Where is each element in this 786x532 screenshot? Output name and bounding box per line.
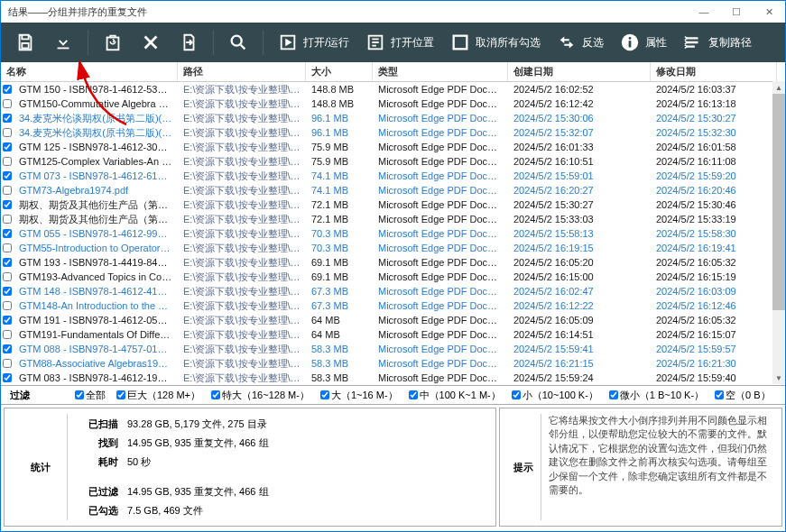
filter-large[interactable]: 大（1~16 M-） (320, 389, 398, 402)
table-row[interactable]: GTM 148 - ISBN978-1-4612-4176-8 - J…E:\资… (1, 284, 785, 298)
copy-path-button[interactable]: 复制路径 (676, 27, 757, 58)
table-row[interactable]: GTM 055 - ISBN978-1-4612-9926-4 - …E:\资源… (1, 226, 785, 241)
export-button[interactable] (46, 27, 80, 58)
minimize-button[interactable]: — (688, 1, 720, 23)
scroll-down-arrow[interactable]: ▼ (772, 371, 785, 384)
cell-modified: 2024/5/2 16:03:09 (651, 284, 777, 298)
save-icon (14, 31, 37, 54)
maximize-button[interactable]: ☐ (720, 1, 753, 23)
cell-name: 期权、期货及其他衍生产品（第8… (14, 197, 178, 212)
cell-type: Microsoft Edge PDF Document (373, 169, 508, 183)
cell-type: Microsoft Edge PDF Document (373, 356, 508, 371)
cell-modified: 2024/5/2 15:33:19 (651, 212, 777, 226)
svg-point-3 (232, 36, 242, 46)
col-type[interactable]: 类型 (373, 62, 508, 81)
table-row[interactable]: GTM 083 - ISBN978-1-4612-1934-7 - …E:\资源… (1, 371, 785, 385)
row-checkbox[interactable] (3, 142, 12, 151)
row-checkbox[interactable] (3, 243, 12, 252)
tips-panel: 提示 它将结果按文件大小倒序排列并用不同颜色显示相邻分组，以便帮助您定位较大的不… (499, 408, 782, 527)
file-arrow-icon (177, 31, 200, 54)
properties-button[interactable]: 属性 (613, 27, 672, 58)
open-location-button[interactable]: 打开位置 (358, 27, 439, 58)
vertical-scrollbar[interactable]: ▲ ▼ (772, 81, 785, 384)
grid-body[interactable]: GTM 150 - ISBN978-1-4612-5350-1 - …E:\资源… (1, 82, 785, 385)
cell-created: 2024/5/2 16:19:15 (508, 241, 651, 255)
empty-square-icon (448, 31, 472, 54)
row-checkbox[interactable] (3, 171, 12, 180)
table-row[interactable]: GTM 088 - ISBN978-1-4757-0163-0 - …E:\资源… (1, 342, 785, 356)
cell-name: GTM148-An Introduction to the Theo… (14, 298, 178, 313)
close-button[interactable]: ✕ (753, 1, 785, 23)
table-row[interactable]: GTM125-Complex Variables-An Intro…E:\资源下… (1, 154, 785, 169)
filter-med[interactable]: 中（100 K~1 M-） (409, 389, 501, 402)
table-row[interactable]: 期权、期货及其他衍生产品（第8…E:\资源下载\按专业整理\经…72.1 MBM… (1, 197, 785, 212)
save-button[interactable] (8, 27, 42, 58)
move-button[interactable] (171, 27, 206, 58)
row-checkbox[interactable] (3, 287, 12, 296)
col-modified[interactable]: 修改日期 (651, 62, 777, 81)
row-checkbox[interactable] (3, 128, 12, 137)
svg-rect-9 (629, 41, 632, 47)
filter-huge[interactable]: 巨大（128 M+） (116, 389, 200, 402)
row-checkbox[interactable] (3, 330, 12, 339)
table-row[interactable]: GTM 073 - ISBN978-1-4612-6101-8 - …E:\资源… (1, 169, 785, 183)
table-row[interactable]: GTM 191 - ISBN978-1-4612-0541-8 - …E:\资源… (1, 313, 785, 327)
cell-size: 75.9 MB (306, 140, 373, 154)
cell-path: E:\资源下载\按专业整理\数… (178, 270, 306, 284)
title-bar: 结果——分组并排序的重复文件 — ☐ ✕ (1, 1, 785, 23)
delete-button[interactable] (134, 27, 168, 58)
swap-icon (555, 31, 578, 54)
row-checkbox[interactable] (3, 272, 12, 281)
table-row[interactable]: GTM191-Fundamentals Of Differenti…E:\资源下… (1, 327, 785, 342)
path-icon (681, 31, 705, 54)
table-row[interactable]: GTM55-Introduction to Operator The…E:\资源… (1, 241, 785, 255)
cell-type: Microsoft Edge PDF Document (373, 111, 508, 125)
row-checkbox[interactable] (3, 359, 12, 368)
row-checkbox[interactable] (3, 301, 12, 310)
row-checkbox[interactable] (3, 215, 12, 224)
table-row[interactable]: 34.麦克米伦谈期权(原书第二版)(…E:\资源下载\按专业整理\经…96.1 … (1, 125, 785, 140)
filter-xl[interactable]: 特大（16~128 M-） (211, 389, 310, 402)
row-checkbox[interactable] (3, 344, 12, 353)
recycle-button[interactable] (96, 27, 130, 58)
row-checkbox[interactable] (3, 99, 12, 108)
filter-all[interactable]: 全部 (75, 389, 106, 402)
table-row[interactable]: GTM193-Advanced Topics in Compu…E:\资源下载\… (1, 270, 785, 284)
table-row[interactable]: GTM 193 - ISBN978-1-4419-8489-0 - …E:\资源… (1, 255, 785, 270)
cell-created: 2024/5/2 15:33:03 (508, 212, 651, 226)
row-checkbox[interactable] (3, 200, 12, 209)
table-row[interactable]: GTM88-Associative Algebras1982.pdfE:\资源下… (1, 356, 785, 371)
search-button[interactable] (221, 27, 255, 58)
table-row[interactable]: 期权、期货及其他衍生产品（第8…E:\资源下载\按专业整理\经…72.1 MBM… (1, 212, 785, 226)
filter-tiny[interactable]: 微小（1 B~10 K-） (609, 389, 704, 402)
scroll-thumb[interactable] (772, 94, 785, 310)
cell-type: Microsoft Edge PDF Document (373, 82, 508, 96)
cell-size: 69.1 MB (306, 255, 373, 270)
col-size[interactable]: 大小 (306, 62, 373, 81)
cell-type: Microsoft Edge PDF Document (373, 255, 508, 270)
row-checkbox[interactable] (3, 258, 12, 267)
open-run-button[interactable]: 打开/运行 (271, 27, 355, 58)
row-checkbox[interactable] (3, 157, 12, 166)
cell-type: Microsoft Edge PDF Document (373, 342, 508, 356)
col-path[interactable]: 路径 (178, 62, 306, 81)
cell-modified: 2024/5/2 15:59:20 (651, 169, 777, 183)
row-checkbox[interactable] (3, 316, 12, 325)
row-checkbox[interactable] (3, 373, 12, 382)
filter-empty[interactable]: 空（0 B） (715, 389, 771, 402)
cell-modified: 2024/5/2 16:01:58 (651, 140, 777, 154)
row-checkbox[interactable] (3, 114, 12, 123)
cell-path: E:\资源下载\按专业整理\经… (178, 125, 306, 140)
uncheck-all-button[interactable]: 取消所有勾选 (443, 27, 546, 58)
invert-button[interactable]: 反选 (550, 27, 609, 58)
row-checkbox[interactable] (3, 229, 12, 238)
table-row[interactable]: GTM 125 - ISBN978-1-4612-3024-3 - …E:\资源… (1, 140, 785, 154)
table-row[interactable]: GTM73-Algebra1974.pdfE:\资源下载\按专业整理\数…74.… (1, 183, 785, 197)
filter-small[interactable]: 小（10~100 K-） (512, 389, 598, 402)
row-checkbox[interactable] (3, 186, 12, 195)
row-checkbox[interactable] (3, 85, 12, 94)
scroll-up-arrow[interactable]: ▲ (772, 81, 785, 94)
table-row[interactable]: GTM148-An Introduction to the Theo…E:\资源… (1, 298, 785, 313)
svg-rect-6 (454, 36, 467, 50)
col-created[interactable]: 创建日期 (508, 62, 651, 81)
